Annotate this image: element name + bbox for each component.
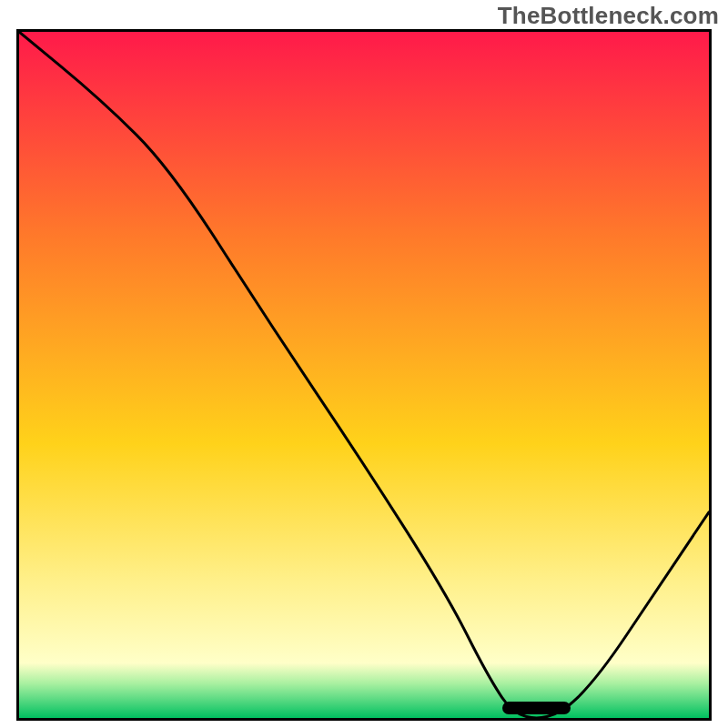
gradient-rect xyxy=(19,32,709,718)
optimal-range-marker xyxy=(502,702,571,714)
chart-stage: TheBottleneck.com xyxy=(0,0,728,728)
gradient-background xyxy=(19,32,709,718)
watermark-text: TheBottleneck.com xyxy=(498,2,719,30)
plot-area xyxy=(16,29,712,721)
